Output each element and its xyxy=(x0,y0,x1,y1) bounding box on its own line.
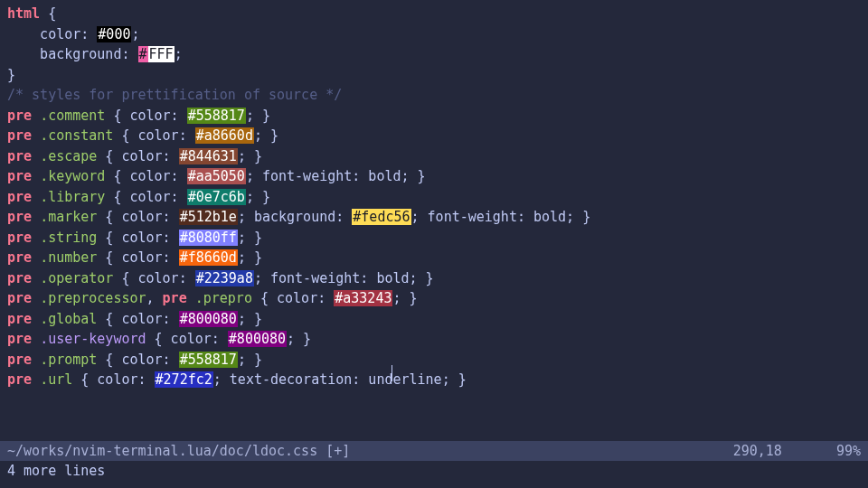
code-line[interactable]: pre .string { color: #8080ff; } xyxy=(7,228,861,249)
code-line[interactable]: color: #000; xyxy=(7,24,861,45)
code-line[interactable]: pre .url { color: #272fc2; text-decorati… xyxy=(7,370,861,390)
color-swatch: #272fc2 xyxy=(155,371,213,388)
color-swatch: #a8660d xyxy=(195,127,254,144)
color-swatch: #a33243 xyxy=(334,290,392,306)
color-swatch: FFF xyxy=(148,46,175,62)
color-swatch: #f8660d xyxy=(179,249,238,266)
code-line[interactable]: /* styles for prettification of source *… xyxy=(7,85,861,106)
color-swatch: #800080 xyxy=(228,331,287,347)
command-message-line: 4 more lines xyxy=(0,461,868,482)
color-swatch: #aa5050 xyxy=(187,168,246,184)
color-swatch: #2239a8 xyxy=(195,270,254,286)
code-line[interactable]: pre .global { color: #800080; } xyxy=(7,309,861,330)
code-line[interactable]: pre .preprocessor, pre .prepro { color: … xyxy=(7,288,861,309)
code-line[interactable]: pre .library { color: #0e7c6b; } xyxy=(7,187,861,208)
color-swatch: # xyxy=(138,46,148,62)
color-swatch: #844631 xyxy=(179,148,238,164)
code-line[interactable]: pre .number { color: #f8660d; } xyxy=(7,248,861,268)
text-cursor xyxy=(392,365,392,381)
code-line[interactable]: pre .constant { color: #a8660d; } xyxy=(7,126,861,146)
code-line[interactable]: pre .user-keyword { color: #800080; } xyxy=(7,329,861,350)
color-swatch: #512b1e xyxy=(179,209,238,225)
color-swatch: #558817 xyxy=(187,108,246,124)
status-cursor-position: 290,18 xyxy=(733,441,782,462)
message-text: 4 more lines xyxy=(7,463,105,479)
status-file-path: ~/works/nvim-terminal.lua/doc/ldoc.css [… xyxy=(7,441,350,462)
code-line[interactable]: pre .keyword { color: #aa5050; font-weig… xyxy=(7,166,861,187)
status-scroll-percent: 99% xyxy=(836,441,861,462)
color-swatch: #fedc56 xyxy=(352,209,410,225)
code-line[interactable]: pre .marker { color: #512b1e; background… xyxy=(7,207,861,228)
color-swatch: #558817 xyxy=(179,352,238,368)
color-swatch: #0e7c6b xyxy=(187,189,246,205)
code-line[interactable]: pre .comment { color: #558817; } xyxy=(7,106,861,127)
code-line[interactable]: } xyxy=(7,65,861,86)
color-swatch: #8080ff xyxy=(179,230,238,246)
status-line: ~/works/nvim-terminal.lua/doc/ldoc.css [… xyxy=(0,441,868,461)
code-line[interactable]: pre .escape { color: #844631; } xyxy=(7,146,861,167)
editor-buffer[interactable]: html { color: #000; background: #FFF;}/*… xyxy=(0,0,868,394)
code-line[interactable]: pre .prompt { color: #558817; } xyxy=(7,350,861,371)
code-line[interactable]: pre .operator { color: #2239a8; font-wei… xyxy=(7,268,861,289)
color-swatch: #800080 xyxy=(179,311,238,327)
color-swatch: #000 xyxy=(97,26,131,42)
code-line[interactable]: html { xyxy=(7,4,861,24)
code-line[interactable]: background: #FFF; xyxy=(7,44,861,65)
